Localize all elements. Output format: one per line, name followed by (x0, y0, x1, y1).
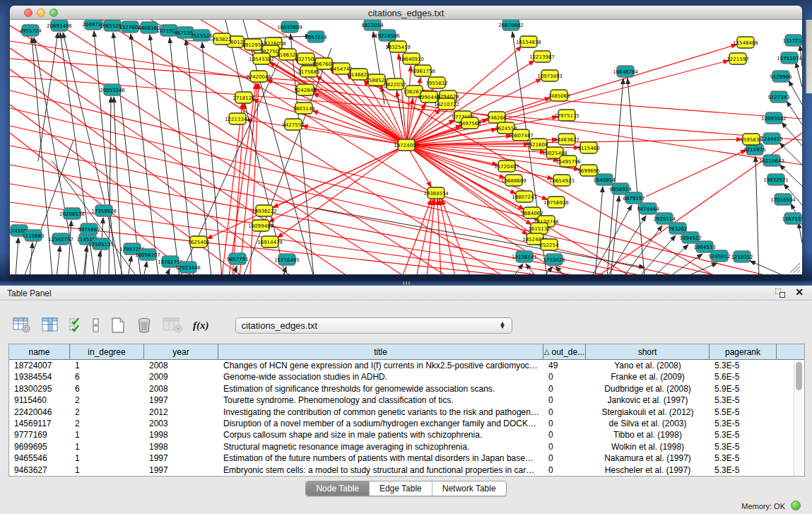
window-resize-grip-icon[interactable] (794, 267, 800, 273)
cell-out_de[interactable]: 0 (543, 452, 586, 464)
cell-name[interactable]: 9115460 (9, 395, 70, 406)
cell-title[interactable]: Structural magnetic resonance image aver… (218, 441, 543, 452)
cell-year[interactable]: 2003 (144, 418, 218, 429)
column-header-in_degree[interactable]: in_degree (70, 344, 144, 360)
float-panel-icon[interactable] (775, 288, 785, 298)
show-column-icon[interactable] (42, 317, 59, 333)
cell-pagerank[interactable]: 5.3E-5 (710, 418, 777, 429)
function-builder-icon[interactable]: f(x) (193, 320, 209, 332)
cell-pagerank[interactable]: 5.3E-5 (710, 429, 777, 440)
cell-in_degree[interactable]: 2 (70, 418, 144, 429)
cell-short[interactable]: Wolkin et al. (1998) (586, 441, 710, 452)
cell-year[interactable]: 1997 (144, 465, 218, 476)
tab-network-table[interactable]: Network Table (433, 481, 506, 496)
scrollbar-thumb[interactable] (796, 362, 802, 390)
window-resize-grip-icon[interactable] (797, 270, 800, 273)
cell-year[interactable]: 2012 (144, 407, 218, 418)
cell-pagerank[interactable]: 5.3E-5 (710, 395, 777, 406)
network-view-window[interactable]: citations_edges.txt 49557242069140620497… (10, 6, 802, 275)
cell-out_de[interactable]: 0 (543, 383, 586, 395)
cell-title[interactable]: Genome-wide association studies in ADHD. (218, 371, 543, 382)
cell-year[interactable]: 2008 (144, 383, 218, 395)
cell-name[interactable]: 9699695 (9, 441, 70, 452)
delete-column-icon[interactable] (136, 317, 152, 334)
cell-in_degree[interactable]: 1 (70, 429, 144, 440)
cell-short[interactable]: Tibbo et al. (1998) (586, 429, 710, 440)
cell-in_degree[interactable]: 2 (70, 407, 144, 418)
cell-title[interactable]: Embryonic stem cells: a model to study s… (218, 465, 543, 476)
cell-title[interactable]: Disruption of a novel member of a sodium… (218, 418, 543, 429)
cell-in_degree[interactable]: 1 (70, 465, 144, 476)
cell-name[interactable]: 9463627 (9, 465, 70, 476)
table-row[interactable]: 946554611997Estimation of the future num… (9, 452, 804, 464)
table-row[interactable]: 1872400712008Changes of HCN gene express… (9, 360, 804, 371)
table-row[interactable]: 911546021997Tourette syndrome. Phenomeno… (9, 395, 804, 406)
table-row[interactable]: 2242004622012Investigating the contribut… (9, 407, 804, 418)
cell-title[interactable]: Changes of HCN gene expression and I(f) … (218, 360, 543, 371)
cell-short[interactable]: Franke et al. (2009) (586, 371, 710, 382)
cell-title[interactable]: Estimation of significance thresholds fo… (218, 383, 543, 395)
cell-name[interactable]: 18300295 (9, 383, 70, 395)
table-row[interactable]: 1938455462009Genome-wide association stu… (9, 371, 804, 382)
select-all-icon[interactable] (69, 317, 82, 333)
network-canvas[interactable]: 4955724206914062049719106532871327602646… (10, 20, 802, 274)
panel-splitter[interactable] (0, 277, 812, 286)
cell-year[interactable]: 1998 (144, 429, 218, 440)
cell-name[interactable]: 14569117 (9, 418, 70, 429)
cell-short[interactable]: Dudbridge et al. (2008) (586, 383, 710, 395)
cell-short[interactable]: de Silva et al. (2003) (586, 418, 710, 429)
table-row[interactable]: 946362711997Embryonic stem cells: a mode… (9, 465, 804, 476)
cell-out_de[interactable]: 0 (543, 418, 586, 429)
citation-network-graph[interactable]: 4955724206914062049719106532871327602646… (10, 20, 802, 274)
cell-pagerank[interactable]: 5.3E-5 (710, 441, 777, 452)
cell-name[interactable]: 22420046 (9, 407, 70, 418)
table-source-dropdown[interactable]: citations_edges.txt ▲▼ (235, 317, 512, 334)
cell-in_degree[interactable]: 2 (70, 395, 144, 406)
cell-year[interactable]: 1998 (144, 441, 218, 452)
column-header-out_de[interactable]: △out_de... (543, 344, 586, 360)
cell-out_de[interactable]: 0 (543, 429, 586, 440)
cell-short[interactable]: Nakamura et al. (1997) (586, 452, 710, 464)
splitter-grip-icon[interactable] (403, 281, 410, 285)
memory-status-icon[interactable] (791, 501, 801, 510)
close-panel-icon[interactable]: ✕ (795, 286, 804, 298)
cell-pagerank[interactable]: 5.3E-5 (710, 452, 777, 464)
attribute-table[interactable]: namein_degreeyeartitle△out_de...shortpag… (8, 344, 805, 477)
table-options-icon[interactable] (13, 317, 31, 333)
tab-edge-table[interactable]: Edge Table (370, 481, 433, 496)
cell-title[interactable]: Investigating the contribution of common… (218, 407, 543, 418)
column-header-short[interactable]: short (586, 344, 710, 360)
cell-in_degree[interactable]: 6 (70, 371, 144, 382)
tab-node-table[interactable]: Node Table (306, 481, 370, 496)
cell-year[interactable]: 2009 (144, 371, 218, 382)
cell-title[interactable]: Tourette syndrome. Phenomenology and cla… (218, 395, 543, 406)
cell-short[interactable]: Stergiakouli et al. (2012) (586, 407, 710, 418)
cell-in_degree[interactable]: 1 (70, 441, 144, 452)
cell-in_degree[interactable]: 1 (70, 360, 144, 371)
cell-name[interactable]: 18724007 (9, 360, 70, 371)
cell-out_de[interactable]: 0 (543, 407, 586, 418)
table-row[interactable]: 1456911722003Disruption of a novel membe… (9, 418, 804, 429)
cell-short[interactable]: Hescheler et al. (1997) (586, 465, 710, 476)
table-row[interactable]: 1830029562008Estimation of significance … (9, 383, 804, 395)
cell-pagerank[interactable]: 5.5E-5 (710, 407, 777, 418)
column-header-title[interactable]: title (218, 344, 543, 360)
cell-out_de[interactable]: 0 (543, 395, 586, 406)
cell-title[interactable]: Estimation of the future numbers of pati… (218, 452, 543, 464)
cell-out_de[interactable]: 0 (543, 465, 586, 476)
cell-name[interactable]: 9465546 (9, 452, 70, 464)
cell-pagerank[interactable]: 5.3E-5 (710, 360, 777, 371)
table-row[interactable]: 969969511998Structural magnetic resonanc… (9, 441, 804, 452)
table-row[interactable]: 977716911998Corpus callosum shape and si… (9, 429, 804, 440)
cell-year[interactable]: 1997 (144, 395, 218, 406)
cell-name[interactable]: 19384554 (9, 371, 70, 382)
cell-title[interactable]: Corpus callosum shape and size in male p… (218, 429, 543, 440)
column-header-pagerank[interactable]: pagerank (710, 344, 777, 360)
unselect-rows-icon[interactable] (93, 317, 100, 333)
cell-year[interactable]: 1997 (144, 452, 218, 464)
cell-short[interactable]: Jankovic et al. (1997) (586, 395, 710, 406)
cell-out_de[interactable]: 0 (543, 371, 586, 382)
vertical-scrollbar[interactable] (794, 361, 804, 476)
cell-out_de[interactable]: 0 (543, 441, 586, 452)
cell-pagerank[interactable]: 5.9E-5 (710, 383, 777, 395)
